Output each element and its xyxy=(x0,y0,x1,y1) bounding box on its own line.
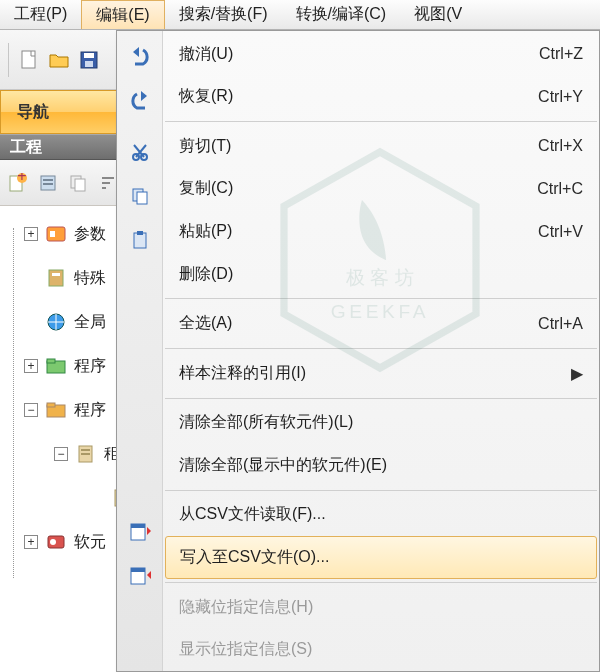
svg-rect-2 xyxy=(84,53,94,58)
svg-rect-14 xyxy=(49,270,63,286)
menu-convert-compile[interactable]: 转换/编译(C) xyxy=(282,0,401,29)
tree-expander-icon[interactable]: + xyxy=(24,359,38,373)
params-icon xyxy=(44,222,68,246)
submenu-arrow-icon: ▶ xyxy=(571,364,583,383)
svg-rect-18 xyxy=(47,359,55,363)
new-item-icon[interactable]: + xyxy=(6,171,30,195)
csv-read-icon xyxy=(129,521,151,547)
menu-label: 撤消(U) xyxy=(179,44,233,65)
copy-item-icon[interactable] xyxy=(66,171,90,195)
menu-project[interactable]: 工程(P) xyxy=(0,0,81,29)
cut-icon xyxy=(130,142,150,166)
menu-paste[interactable]: 粘贴(P) Ctrl+V xyxy=(163,210,599,253)
tree-label: 参数 xyxy=(74,224,106,245)
undo-icon xyxy=(129,46,151,72)
menu-label: 从CSV文件读取(F)... xyxy=(179,504,326,525)
menu-edit[interactable]: 编辑(E) xyxy=(81,0,164,29)
menu-hide-bit-info: 隐藏位指定信息(H) xyxy=(163,586,599,629)
menu-shortcut: Ctrl+Z xyxy=(539,45,583,63)
menu-clear-all-devices[interactable]: 清除全部(所有软元件)(L) xyxy=(163,402,599,445)
program-folder-icon xyxy=(44,354,68,378)
svg-text:+: + xyxy=(17,173,26,184)
menu-sample-comment-ref[interactable]: 样本注释的引用(I) ▶ xyxy=(163,352,599,395)
nav-header-label: 导航 xyxy=(17,102,49,123)
menu-clear-displayed-devices[interactable]: 清除全部(显示中的软元件)(E) xyxy=(163,444,599,487)
tree-expander-icon[interactable]: + xyxy=(24,227,38,241)
menu-redo[interactable]: 恢复(R) Ctrl+Y xyxy=(163,76,599,119)
menu-shortcut: Ctrl+X xyxy=(538,137,583,155)
tree-expander-icon[interactable]: − xyxy=(24,403,38,417)
svg-rect-20 xyxy=(47,403,55,407)
svg-rect-9 xyxy=(43,183,53,185)
svg-rect-11 xyxy=(75,179,85,191)
svg-rect-15 xyxy=(52,273,60,276)
global-icon xyxy=(44,310,68,334)
menu-select-all[interactable]: 全选(A) Ctrl+A xyxy=(163,302,599,345)
save-icon[interactable] xyxy=(75,46,103,74)
menu-undo[interactable]: 撤消(U) Ctrl+Z xyxy=(163,33,599,76)
copy-icon xyxy=(130,186,150,210)
project-panel-label: 工程 xyxy=(10,137,42,158)
menu-label: 剪切(T) xyxy=(179,136,231,157)
tree-label: 软元 xyxy=(74,532,106,553)
menu-icon-column xyxy=(117,31,163,671)
csv-write-icon xyxy=(129,565,151,591)
menu-show-bit-info: 显示位指定信息(S) xyxy=(163,628,599,671)
special-icon xyxy=(44,266,68,290)
svg-rect-33 xyxy=(134,233,146,248)
menu-shortcut: Ctrl+Y xyxy=(538,88,583,106)
program-parts-icon xyxy=(44,398,68,422)
menu-label: 隐藏位指定信息(H) xyxy=(179,597,313,618)
menu-write-to-csv[interactable]: 写入至CSV文件(O)... xyxy=(165,536,597,579)
menu-delete[interactable]: 删除(D) xyxy=(163,253,599,296)
menu-shortcut: Ctrl+C xyxy=(537,180,583,198)
menu-label: 显示位指定信息(S) xyxy=(179,639,312,660)
menu-label: 清除全部(显示中的软元件)(E) xyxy=(179,455,387,476)
svg-rect-34 xyxy=(137,231,143,235)
svg-rect-36 xyxy=(131,524,145,528)
svg-rect-23 xyxy=(81,453,90,455)
redo-icon xyxy=(129,90,151,116)
tree-label: 程序 xyxy=(74,356,106,377)
tree-label: 特殊 xyxy=(74,268,106,289)
doc-icon xyxy=(74,442,98,466)
svg-rect-3 xyxy=(85,61,93,67)
menu-label: 恢复(R) xyxy=(179,86,233,107)
tree-label: 程序 xyxy=(74,400,106,421)
svg-rect-38 xyxy=(131,568,145,572)
tree-expander-icon[interactable]: − xyxy=(54,447,68,461)
menu-shortcut: Ctrl+A xyxy=(538,315,583,333)
menu-label: 样本注释的引用(I) xyxy=(179,363,306,384)
svg-rect-22 xyxy=(81,449,90,451)
menu-shortcut: Ctrl+V xyxy=(538,223,583,241)
svg-rect-8 xyxy=(43,179,53,181)
menu-bar: 工程(P) 编辑(E) 搜索/替换(F) 转换/编译(C) 视图(V xyxy=(0,0,600,30)
menu-label: 全选(A) xyxy=(179,313,232,334)
tree-label: 全局 xyxy=(74,312,106,333)
edit-menu-dropdown: 撤消(U) Ctrl+Z 恢复(R) Ctrl+Y 剪切(T) Ctrl+X 复… xyxy=(116,30,600,672)
svg-rect-0 xyxy=(22,51,35,68)
open-folder-icon[interactable] xyxy=(45,46,73,74)
menu-label: 删除(D) xyxy=(179,264,233,285)
svg-rect-32 xyxy=(137,192,147,204)
paste-icon xyxy=(130,230,150,254)
menu-view[interactable]: 视图(V xyxy=(400,0,476,29)
tree-expander-icon[interactable]: + xyxy=(24,535,38,549)
menu-label: 写入至CSV文件(O)... xyxy=(180,547,329,568)
menu-search-replace[interactable]: 搜索/替换(F) xyxy=(165,0,282,29)
menu-copy[interactable]: 复制(C) Ctrl+C xyxy=(163,168,599,211)
menu-label: 复制(C) xyxy=(179,178,233,199)
svg-rect-13 xyxy=(50,231,55,237)
menu-read-from-csv[interactable]: 从CSV文件读取(F)... xyxy=(163,494,599,537)
new-file-icon[interactable] xyxy=(15,46,43,74)
menu-cut[interactable]: 剪切(T) Ctrl+X xyxy=(163,125,599,168)
svg-rect-12 xyxy=(47,227,65,241)
menu-label: 粘贴(P) xyxy=(179,221,232,242)
device-icon xyxy=(44,530,68,554)
property-icon[interactable] xyxy=(36,171,60,195)
menu-label: 清除全部(所有软元件)(L) xyxy=(179,412,353,433)
svg-point-28 xyxy=(50,539,56,545)
